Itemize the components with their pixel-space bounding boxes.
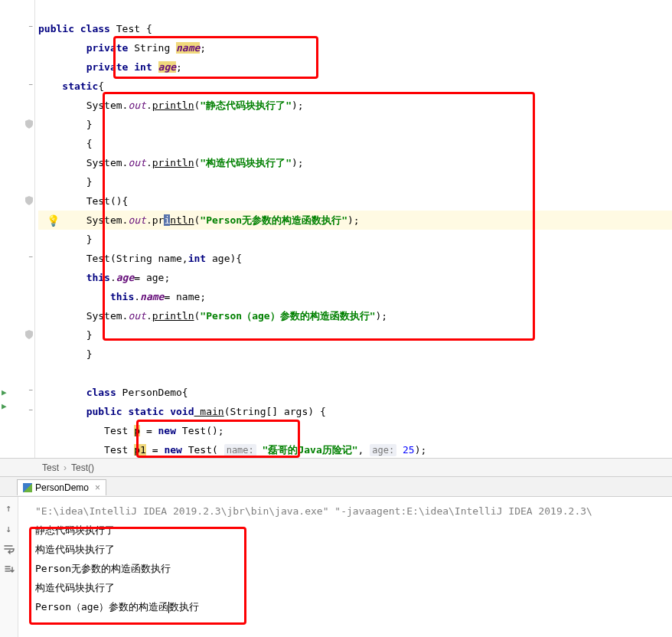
code-text: Test(String name, xyxy=(86,253,188,264)
field-name: name xyxy=(140,291,164,302)
param-hint: age: xyxy=(370,444,396,456)
code-editor[interactable]: public class Test { private String name;… xyxy=(35,0,672,458)
keyword: static xyxy=(122,406,165,417)
variable: p xyxy=(134,425,140,436)
console-panel: ↑ ↓ "E:\idea\IntelliJ IDEA 2019.2.3\jbr\… xyxy=(0,497,672,637)
console-toolbar: ↑ ↓ xyxy=(0,497,18,637)
keyword: public xyxy=(86,406,122,417)
param-hint: name: xyxy=(224,444,256,456)
run-config-tab[interactable]: PersonDemo × xyxy=(17,479,106,495)
code-text: = xyxy=(140,425,158,436)
code-text: . xyxy=(146,100,152,111)
keyword: this xyxy=(110,291,134,302)
code-text: ); xyxy=(292,100,304,111)
console-output-line: Person无参数的构造函数执行 xyxy=(35,559,672,578)
keyword: class xyxy=(86,387,116,398)
arrow-up-icon[interactable]: ↑ xyxy=(3,501,15,514)
console-output-line: 静态代码块执行了 xyxy=(35,521,672,540)
keyword: void xyxy=(164,406,194,417)
run-tab-bar: PersonDemo × xyxy=(0,477,672,497)
code-text: Test xyxy=(104,425,134,436)
console-output-line: Person（age）参数的构造函数执行 xyxy=(35,597,672,616)
code-text: age){ xyxy=(206,253,242,264)
code-text: ); xyxy=(415,444,427,456)
field-out: out xyxy=(128,157,145,168)
code-text: ); xyxy=(375,310,387,322)
run-gutter-icon[interactable]: ▶ xyxy=(2,387,7,397)
code-text: . xyxy=(146,310,152,322)
string-literal: "构造代码块执行了" xyxy=(200,157,292,168)
keyword: static xyxy=(62,80,98,92)
code-text: PersonDemo{ xyxy=(116,387,188,398)
shield-icon xyxy=(25,119,33,129)
code-text: ; xyxy=(176,61,182,73)
field-out: out xyxy=(128,214,145,226)
soft-wrap-icon[interactable] xyxy=(3,543,15,555)
code-text: , xyxy=(358,444,370,456)
keyword: int xyxy=(188,253,206,264)
field-age: age xyxy=(158,61,176,73)
code-text: . xyxy=(146,157,152,168)
code-text: } xyxy=(86,176,93,188)
code-text: = xyxy=(146,444,164,456)
code-text: Test xyxy=(104,444,134,456)
code-text: Test( xyxy=(182,444,224,456)
keyword: private xyxy=(86,42,129,54)
breadcrumb-item[interactable]: Test xyxy=(42,462,59,473)
keyword: private xyxy=(86,61,129,73)
code-text: (String[] args) { xyxy=(224,406,326,417)
run-gutter-icon[interactable]: ▶ xyxy=(2,401,7,411)
method-println: println xyxy=(152,100,194,111)
editor-wrapper: − − − − − 💡 ▶ ▶ public class Test { priv… xyxy=(0,0,672,458)
console-output-line: 构造代码块执行了 xyxy=(35,540,672,559)
string-literal: "磊哥的Java历险记" xyxy=(256,444,358,456)
code-text: System. xyxy=(86,100,129,111)
field-out: out xyxy=(128,310,145,322)
scroll-to-end-icon[interactable] xyxy=(3,564,15,576)
method-println: println xyxy=(152,310,194,322)
chevron-right-icon: › xyxy=(64,462,67,473)
code-text: Test(); xyxy=(176,425,224,436)
code-text: . xyxy=(110,272,116,283)
code-text: Test(){ xyxy=(86,195,129,207)
keyword: new xyxy=(158,425,176,436)
close-icon[interactable]: × xyxy=(95,482,100,493)
fold-minus-icon[interactable]: − xyxy=(29,80,33,88)
fold-minus-icon[interactable]: − xyxy=(29,253,33,260)
java-icon xyxy=(23,483,32,492)
code-text: { xyxy=(86,138,93,149)
console-output[interactable]: "E:\idea\IntelliJ IDEA 2019.2.3\jbr\bin\… xyxy=(18,497,672,637)
code-text: System. xyxy=(86,214,129,226)
code-text: ); xyxy=(347,214,360,226)
code-text: .pr xyxy=(146,214,164,226)
lightbulb-icon[interactable]: 💡 xyxy=(47,214,57,225)
code-text: } xyxy=(86,119,93,130)
breadcrumb-bar: Test › Test() xyxy=(0,458,672,477)
keyword: public xyxy=(38,23,74,34)
fold-minus-icon[interactable]: − xyxy=(29,386,33,394)
keyword: class xyxy=(80,23,110,34)
editor-gutter[interactable]: − − − − − xyxy=(15,0,35,458)
keyword: int xyxy=(128,61,158,73)
run-tab-label: PersonDemo xyxy=(35,482,89,493)
shield-icon xyxy=(25,196,33,205)
fold-minus-icon[interactable]: − xyxy=(29,406,33,413)
breadcrumb-item[interactable]: Test() xyxy=(71,462,94,473)
code-text: . xyxy=(134,291,140,302)
fold-minus-icon[interactable]: − xyxy=(29,22,33,30)
number-literal: 25 xyxy=(396,444,414,456)
console-output-line: 构造代码块执行了 xyxy=(35,578,672,597)
code-text: = age; xyxy=(134,272,170,283)
keyword: this xyxy=(86,272,110,283)
string-literal: "Person（age）参数的构造函数执行" xyxy=(200,310,375,322)
code-text: System. xyxy=(86,157,129,168)
method-main: main xyxy=(194,406,224,417)
keyword: new xyxy=(164,444,181,456)
method-println: println xyxy=(152,157,194,168)
arrow-down-icon[interactable]: ↓ xyxy=(3,522,15,534)
variable: p1 xyxy=(134,444,146,456)
code-text: = name; xyxy=(164,291,206,302)
field-age: age xyxy=(116,272,134,283)
console-command-line: "E:\idea\IntelliJ IDEA 2019.2.3\jbr\bin\… xyxy=(35,501,672,521)
string-literal: "Person无参数的构造函数执行" xyxy=(200,214,347,226)
